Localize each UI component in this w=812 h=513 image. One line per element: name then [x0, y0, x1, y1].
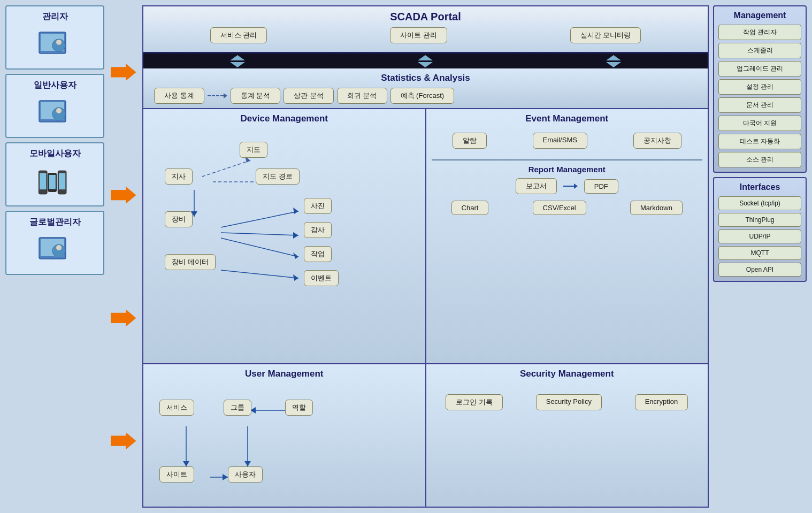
double-arrow-3 [606, 55, 621, 67]
event-report-section: Event Management 알람 Email/SMS 공지사항 Repor… [426, 109, 708, 363]
right-sidebar: Management 작업 관리자 스케줄러 업그레이드 관리 설정 관리 문서… [713, 5, 807, 508]
mobile-user-label: 모바일사용자 [29, 148, 81, 159]
svg-rect-13 [59, 173, 65, 189]
arrow-user [111, 187, 136, 204]
jangbi-data-node[interactable]: 장비 데이터 [165, 254, 216, 270]
service-mgmt-btn[interactable]: 서비스 관리 [210, 27, 267, 43]
arrow-mobile [111, 309, 136, 326]
markdown-btn[interactable]: Markdown [630, 201, 683, 215]
svg-rect-11 [49, 175, 55, 189]
event-mgmt-title: Event Management [432, 111, 703, 128]
interfaces-panel: Interfaces Socket (tcp/ip) ThingPlug UDP… [713, 177, 807, 282]
management-panel-title: Management [718, 11, 801, 20]
user-management-section: User Management 서비스 그룹 [143, 364, 426, 507]
notice-btn[interactable]: 공지사항 [633, 133, 681, 149]
svg-marker-25 [293, 208, 298, 214]
chart-btn[interactable]: Chart [451, 201, 489, 215]
svg-line-26 [221, 233, 298, 235]
left-sidebar: 관리자 일반사용자 모바일사용자 글로벌관리자 [5, 5, 104, 508]
mgmt-item-3[interactable]: 설정 관리 [718, 79, 801, 95]
svg-line-30 [221, 270, 298, 278]
device-management-section: Device Management [143, 109, 426, 363]
jisa-node[interactable]: 지사 [165, 169, 193, 185]
mgmt-item-7[interactable]: 소스 관리 [718, 152, 801, 167]
connector-arrows-row [143, 53, 708, 68]
iface-item-4[interactable]: Open API [718, 263, 801, 277]
iface-item-1[interactable]: ThingPlug [718, 213, 801, 227]
mgmt-item-4[interactable]: 문서 관리 [718, 97, 801, 113]
security-mgmt-title: Security Management [432, 366, 703, 384]
double-arrow-1 [230, 55, 245, 67]
middle-row: Device Management [143, 109, 708, 364]
report-line [563, 186, 574, 187]
admin-user-card: 관리자 [5, 5, 104, 70]
jido-node[interactable]: 지도 [240, 142, 267, 158]
svg-line-24 [221, 211, 298, 227]
user-mgmt-title: User Management [149, 366, 420, 384]
group-node[interactable]: 그룹 [224, 400, 251, 416]
iface-item-0[interactable]: Socket (tcp/ip) [718, 196, 801, 210]
ibenteu-node[interactable]: 이벤트 [304, 270, 339, 286]
arrow-global [111, 432, 136, 449]
user-diagram: 서비스 그룹 역할 사이트 사용자 [149, 384, 420, 501]
jido-gyeongno-node[interactable]: 지도 경로 [256, 169, 300, 185]
security-policy-btn[interactable]: Security Policy [536, 394, 602, 410]
stats-buttons-row: 사용 통계 통계 분석 상관 분석 회귀 분석 예측 (Forcast) [149, 88, 702, 104]
forecast-btn[interactable]: 예측 (Forcast) [390, 88, 455, 104]
sajin-node[interactable]: 사진 [304, 198, 332, 214]
csv-btn[interactable]: CSV/Excel [533, 201, 586, 215]
device-diagram: 지도 지사 지도 경로 장비 장비 데이터 사진 감사 작업 이벤트 [149, 128, 420, 300]
correlation-btn[interactable]: 상관 분석 [284, 88, 334, 104]
user-node[interactable]: 사용자 [228, 466, 263, 483]
svg-marker-31 [293, 274, 298, 281]
jangbi-node[interactable]: 장비 [165, 211, 193, 227]
service-node[interactable]: 서비스 [159, 400, 194, 416]
usage-stats-btn[interactable]: 사용 통계 [154, 88, 204, 104]
realtime-monitor-btn[interactable]: 실시간 모니터링 [570, 27, 641, 43]
admin-icon [36, 27, 74, 64]
encryption-btn[interactable]: Encryption [635, 394, 688, 410]
global-admin-card: 글로벌관리자 [5, 211, 104, 275]
statistics-title: Statistics & Analysis [149, 71, 702, 88]
mgmt-item-1[interactable]: 스케줄러 [718, 43, 801, 58]
event-buttons-row: 알람 Email/SMS 공지사항 [432, 133, 703, 149]
scada-portal-title: SCADA Portal [149, 9, 702, 27]
site-node[interactable]: 사이트 [159, 466, 194, 483]
general-user-icon [36, 95, 74, 133]
svg-marker-35 [183, 461, 189, 466]
management-panel: Management 작업 관리자 스케줄러 업그레이드 관리 설정 관리 문서… [713, 5, 807, 173]
device-mgmt-title: Device Management [149, 111, 420, 128]
report-arrowhead [574, 183, 578, 189]
arrow-up-1 [230, 55, 245, 60]
regression-btn[interactable]: 회귀 분석 [337, 88, 387, 104]
bogoseo-btn[interactable]: 보고서 [516, 178, 557, 194]
mgmt-item-6[interactable]: 테스트 자동화 [718, 134, 801, 149]
main-area: SCADA Portal 서비스 관리 사이트 관리 실시간 모니터링 Stat… [142, 5, 709, 508]
dashed-arrowhead [224, 93, 227, 98]
bottom-row: User Management 서비스 그룹 [143, 364, 708, 507]
general-user-card: 일반사용자 [5, 74, 104, 138]
dashed-arrow-connector [208, 93, 227, 98]
alarm-btn[interactable]: 알람 [453, 133, 487, 149]
pdf-btn[interactable]: PDF [584, 179, 618, 194]
svg-line-28 [221, 238, 298, 257]
site-mgmt-btn[interactable]: 사이트 관리 [390, 27, 447, 43]
stats-analysis-btn[interactable]: 통계 분석 [231, 88, 281, 104]
security-buttons-row: 로그인 기록 Security Policy Encryption [432, 394, 703, 410]
interfaces-items-list: Socket (tcp/ip) ThingPlug UDP/IP MQTT Op… [718, 196, 801, 277]
interfaces-panel-title: Interfaces [718, 182, 801, 192]
scada-buttons-row: 서비스 관리 사이트 관리 실시간 모니터링 [149, 27, 702, 43]
arrow-down-1 [230, 62, 245, 67]
email-sms-btn[interactable]: Email/SMS [533, 133, 587, 149]
mgmt-item-0[interactable]: 작업 관리자 [718, 25, 801, 40]
arrow-admin [111, 64, 136, 81]
role-node[interactable]: 역할 [285, 400, 313, 416]
mgmt-item-2[interactable]: 업그레이드 관리 [718, 61, 801, 76]
jagup-node[interactable]: 작업 [304, 246, 332, 262]
arrow-down-3 [606, 62, 621, 67]
iface-item-2[interactable]: UDP/IP [718, 229, 801, 243]
mgmt-item-5[interactable]: 다국어 지원 [718, 116, 801, 131]
iface-item-3[interactable]: MQTT [718, 246, 801, 260]
gamsa-node[interactable]: 감사 [304, 222, 332, 238]
login-record-btn[interactable]: 로그인 기록 [446, 394, 503, 410]
